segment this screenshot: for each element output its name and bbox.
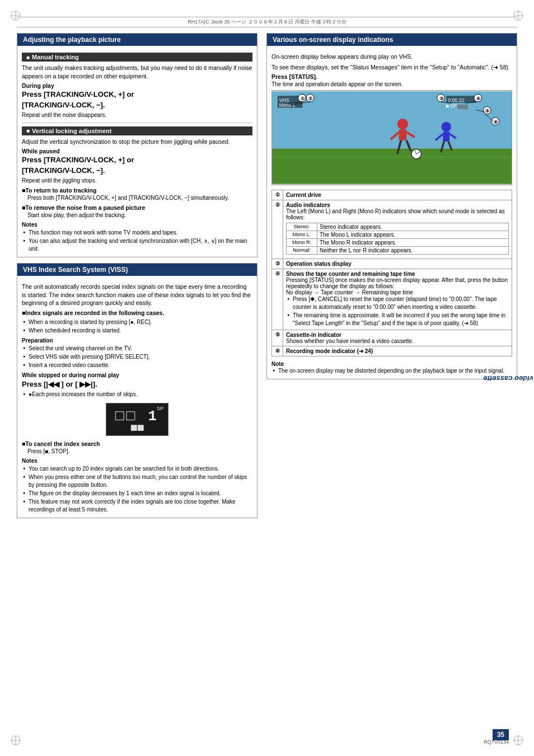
- page: RH17A(C .book 35 ページ ２００６年２月６日 月曜日 午後３時２…: [0, 0, 534, 756]
- row5-content: Cassette-in indicator Shows whether you …: [283, 330, 512, 346]
- note2-item-0: You can search up to 20 index signals ca…: [22, 465, 252, 473]
- prep-step-1: Select VHS side with pressing [DRIVE SEL…: [22, 353, 252, 361]
- section-osd-inner: On-screen display below appears during p…: [267, 49, 517, 379]
- side-label: Playing a video cassette: [483, 374, 534, 382]
- vertical-locking-press: Press [TRACKING/V-LOCK, +] or[TRACKING/V…: [22, 155, 252, 175]
- subsection-manual-tracking-header: Manual tracking: [22, 53, 252, 62]
- svg-text:①: ①: [301, 96, 305, 101]
- row5-label: Cassette-in indicator: [286, 332, 341, 338]
- row4-bullet-0: Press [✱, CANCEL] to reset the tape coun…: [286, 295, 509, 311]
- row2-content: Audio indicators The Left (Mono L) and R…: [283, 200, 512, 259]
- vhs-display-box: SP □□ 1 ⬜⬜: [106, 403, 168, 436]
- subsection-vertical-locking-header: Vertical locking adjustment: [22, 126, 252, 135]
- notes-label-1: Notes: [22, 222, 252, 228]
- svg-text:0:00.22: 0:00.22: [448, 97, 464, 103]
- row4-detail: Pressing [STATUS] once makes the on-scre…: [286, 277, 508, 289]
- corner-mark-br: [513, 735, 524, 746]
- table-row-5: ⑤ Cassette-in indicator Shows whether yo…: [272, 330, 512, 346]
- manual-tracking-repeat: Repeat until the noise disappears.: [22, 111, 252, 119]
- audio-key-monol: Mono L:: [287, 231, 317, 239]
- osd-description-table: ① Current drive ② Audio indicators The L…: [271, 190, 512, 356]
- svg-rect-36: [457, 105, 468, 110]
- section-adjusting: Adjusting the playback picture Manual tr…: [17, 33, 257, 257]
- svg-point-24: [442, 122, 452, 132]
- audio-key-normal: Normal:: [287, 247, 317, 255]
- row2-detail: The Left (Mono L) and Right (Mono R) ind…: [286, 208, 505, 220]
- notes-label-2: Notes: [22, 458, 252, 464]
- svg-rect-13: [272, 149, 512, 184]
- note-1-item-1: You can also adjust the tracking and ver…: [22, 237, 252, 253]
- row4-flow: No display → Tape counter → Remaining ta…: [286, 289, 413, 295]
- svg-text:④: ④: [476, 96, 480, 101]
- row5-detail: Shows whether you have inserted a video …: [286, 338, 414, 344]
- row4-num: ④: [272, 269, 283, 330]
- to-remove-noise-text: Start slow play, then adjust the trackin…: [22, 212, 252, 219]
- tv-display-inner: VHS Mono L 0:00.22 ▶SP: [272, 91, 512, 185]
- section-viss-title: VHS Index Search System (VISS): [17, 264, 257, 276]
- vhs-tape-icon: ⬜⬜: [115, 425, 159, 431]
- table-row-6: ⑥ Recording mode indicator (➜ 24): [272, 346, 512, 356]
- osd-intro: On-screen display below appears during p…: [271, 53, 512, 61]
- audio-val-monor: The Mono R indicator appears.: [317, 239, 509, 247]
- note2-item-2: The figure on the display decreases by 1…: [22, 490, 252, 497]
- row1-label: Current drive: [283, 190, 512, 200]
- tv-display-area: VHS Mono L 0:00.22 ▶SP: [271, 90, 512, 185]
- to-remove-noise-label: ■To remove the noise from a paused pictu…: [22, 204, 252, 211]
- row5-num: ⑤: [272, 330, 283, 346]
- row4-bullet-1: The remaining time is approximate. It wi…: [286, 312, 509, 327]
- svg-text:③: ③: [439, 96, 443, 101]
- viss-press: Press [|◀◀ ] or [ ▶▶|].: [22, 379, 252, 389]
- vertical-locking-label: Vertical locking adjustment: [32, 128, 111, 134]
- table-row-4: ④ Shows the tape counter and remaining t…: [272, 269, 512, 330]
- row6-label: Recording mode indicator (➜ 24): [283, 346, 512, 356]
- prep-step-2: Insert a recorded video cassette.: [22, 361, 252, 369]
- row4-label: Shows the tape counter and remaining tap…: [286, 271, 415, 277]
- audio-row-monor: Mono R: The Mono R indicator appears.: [287, 239, 509, 247]
- right-column: Various on-screen display indications On…: [266, 33, 517, 524]
- vertical-locking-repeat: Repeat until the jiggling stops.: [22, 177, 252, 185]
- manual-tracking-press: Press [TRACKING/V-LOCK, +] or[TRACKING/V…: [22, 90, 252, 110]
- while-paused-label: While paused: [22, 148, 252, 154]
- note2-item-1: When you press either one of the buttons…: [22, 473, 252, 489]
- osd-note-block: Note The on-screen display may be distor…: [271, 361, 512, 375]
- soccer-scene-svg: VHS Mono L 0:00.22 ▶SP: [272, 91, 512, 185]
- press-status-label: Press [STATUS].: [271, 73, 512, 80]
- table-row-1: ① Current drive: [272, 190, 512, 200]
- while-stopped-label: While stopped or during normal play: [22, 372, 252, 378]
- main-content: Adjusting the playback picture Manual tr…: [17, 33, 517, 524]
- corner-mark-bl: [10, 735, 21, 746]
- audio-key-stereo: Stereo:: [287, 223, 317, 231]
- section-adjusting-inner: Manual tracking The unit usually makes t…: [17, 49, 257, 257]
- page-number: 35: [493, 729, 509, 740]
- corner-mark-tl: [10, 10, 21, 21]
- vhs-sp-label: SP: [157, 406, 163, 411]
- audio-indicator-table: Stereo: Stereo indicator appears. Mono L…: [286, 223, 509, 255]
- table-row-3: ③ Operation status display: [272, 259, 512, 269]
- osd-setup: To see these displays, set the "Status M…: [271, 63, 512, 72]
- vhs-display-wrapper: SP □□ 1 ⬜⬜: [22, 403, 252, 436]
- vertical-locking-body: Adjust the vertical synchronization to s…: [22, 138, 252, 146]
- osd-note-text: The on-screen display may be distorted d…: [271, 367, 512, 375]
- row3-label: Operation status display: [283, 259, 512, 269]
- header-text: RH17A(C .book 35 ページ ２００６年２月６日 月曜日 午後３時２…: [188, 18, 346, 26]
- svg-rect-25: [443, 132, 449, 142]
- during-play-label: During play: [22, 82, 252, 89]
- svg-rect-16: [399, 130, 407, 140]
- to-return-auto-text: Press both [TRACKING/V-LOCK, +] and [TRA…: [22, 194, 252, 202]
- row1-num: ①: [272, 190, 283, 200]
- header-bar: RH17A(C .book 35 ページ ２００６年２月６日 月曜日 午後３時２…: [17, 17, 517, 27]
- audio-val-stereo: Stereo indicator appears.: [317, 223, 509, 231]
- audio-row-stereo: Stereo: Stereo indicator appears.: [287, 223, 509, 231]
- svg-point-15: [397, 119, 408, 129]
- audio-row-normal: Normal: Neither the L nor R indicator ap…: [287, 247, 509, 255]
- audio-row-monol: Mono L: The Mono L indicator appears.: [287, 231, 509, 239]
- table-row-2: ② Audio indicators The Left (Mono L) and…: [272, 200, 512, 259]
- viss-body: The unit automatically records special i…: [22, 283, 252, 307]
- section-viss: VHS Index Search System (VISS) The unit …: [17, 263, 257, 518]
- to-cancel-text: Press [■, STOP].: [22, 448, 252, 456]
- note2-item-3: This feature may not work correctly if t…: [22, 498, 252, 514]
- audio-key-monor: Mono R:: [287, 239, 317, 247]
- manual-tracking-body: The unit usually makes tracking adjustme…: [22, 64, 252, 80]
- index-signals-header: ■Index signals are recorded in the follo…: [22, 309, 252, 316]
- svg-text:⑥: ⑥: [494, 120, 498, 125]
